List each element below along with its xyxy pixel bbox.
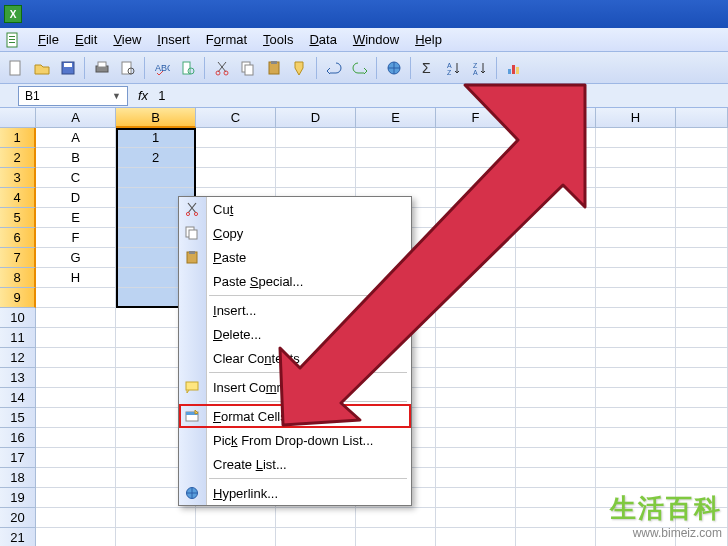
cell[interactable] — [596, 268, 676, 288]
column-header-H[interactable]: H — [596, 108, 676, 128]
cell[interactable]: G — [36, 248, 116, 268]
cell[interactable] — [596, 348, 676, 368]
menu-insert[interactable]: Insert — [149, 32, 198, 47]
cell[interactable] — [36, 428, 116, 448]
menu-help[interactable]: Help — [407, 32, 450, 47]
cell[interactable] — [116, 168, 196, 188]
cell[interactable]: 2 — [116, 148, 196, 168]
row-header-18[interactable]: 18 — [0, 468, 36, 488]
column-header-C[interactable]: C — [196, 108, 276, 128]
row-header-5[interactable]: 5 — [0, 208, 36, 228]
row-header-21[interactable]: 21 — [0, 528, 36, 546]
cell[interactable] — [516, 428, 596, 448]
cell[interactable] — [356, 528, 436, 546]
cell[interactable] — [516, 268, 596, 288]
paste-button[interactable] — [262, 56, 286, 80]
cell[interactable] — [436, 328, 516, 348]
cell[interactable] — [676, 388, 728, 408]
cell[interactable]: D — [36, 188, 116, 208]
cell[interactable] — [516, 528, 596, 546]
dropdown-icon[interactable]: ▼ — [112, 91, 121, 101]
cell[interactable] — [436, 488, 516, 508]
cell[interactable] — [516, 448, 596, 468]
cell[interactable] — [676, 148, 728, 168]
cell[interactable] — [676, 208, 728, 228]
cell[interactable] — [516, 308, 596, 328]
cell[interactable] — [276, 508, 356, 528]
cell[interactable] — [276, 128, 356, 148]
cell[interactable] — [196, 148, 276, 168]
cell[interactable] — [676, 128, 728, 148]
cell[interactable] — [676, 368, 728, 388]
cell[interactable] — [36, 328, 116, 348]
cell[interactable] — [596, 248, 676, 268]
cell[interactable] — [36, 448, 116, 468]
cell[interactable] — [356, 508, 436, 528]
cell[interactable] — [196, 508, 276, 528]
cell[interactable] — [436, 208, 516, 228]
cell[interactable] — [436, 368, 516, 388]
cell[interactable] — [436, 248, 516, 268]
cell[interactable] — [676, 468, 728, 488]
cell[interactable] — [516, 188, 596, 208]
cell[interactable] — [436, 148, 516, 168]
cell[interactable] — [596, 228, 676, 248]
cell[interactable] — [596, 168, 676, 188]
cell[interactable] — [676, 348, 728, 368]
hyperlink-button[interactable] — [382, 56, 406, 80]
cell[interactable] — [436, 428, 516, 448]
column-header-G[interactable]: G — [516, 108, 596, 128]
save-button[interactable] — [56, 56, 80, 80]
cell[interactable]: 1 — [116, 128, 196, 148]
row-header-3[interactable]: 3 — [0, 168, 36, 188]
cell[interactable] — [596, 448, 676, 468]
row-header-9[interactable]: 9 — [0, 288, 36, 308]
column-header-A[interactable]: A — [36, 108, 116, 128]
row-header-12[interactable]: 12 — [0, 348, 36, 368]
column-header-D[interactable]: D — [276, 108, 356, 128]
cell[interactable] — [596, 468, 676, 488]
cell[interactable] — [676, 188, 728, 208]
print-button[interactable] — [90, 56, 114, 80]
cell[interactable] — [516, 388, 596, 408]
cell[interactable] — [676, 328, 728, 348]
fx-icon[interactable]: fx — [138, 88, 148, 103]
cell[interactable] — [436, 168, 516, 188]
cell[interactable]: E — [36, 208, 116, 228]
cell[interactable] — [436, 448, 516, 468]
context-copy[interactable]: Copy — [179, 221, 411, 245]
row-header-11[interactable]: 11 — [0, 328, 36, 348]
row-header-13[interactable]: 13 — [0, 368, 36, 388]
cell[interactable]: H — [36, 268, 116, 288]
cell[interactable] — [436, 528, 516, 546]
open-button[interactable] — [30, 56, 54, 80]
cell[interactable] — [676, 248, 728, 268]
cell[interactable] — [676, 428, 728, 448]
new-button[interactable] — [4, 56, 28, 80]
menu-file[interactable]: File — [30, 32, 67, 47]
column-header-E[interactable]: E — [356, 108, 436, 128]
cell[interactable] — [596, 388, 676, 408]
cell[interactable] — [676, 288, 728, 308]
cell[interactable] — [36, 408, 116, 428]
row-header-19[interactable]: 19 — [0, 488, 36, 508]
cell[interactable] — [36, 508, 116, 528]
sort-asc-button[interactable]: AZ — [442, 56, 466, 80]
cell[interactable] — [516, 208, 596, 228]
cell[interactable] — [276, 148, 356, 168]
context-delete[interactable]: Delete... — [179, 322, 411, 346]
select-all-corner[interactable] — [0, 108, 36, 128]
cell[interactable] — [516, 348, 596, 368]
cell[interactable] — [436, 508, 516, 528]
cell[interactable] — [596, 408, 676, 428]
row-header-14[interactable]: 14 — [0, 388, 36, 408]
cell[interactable] — [436, 468, 516, 488]
redo-button[interactable] — [348, 56, 372, 80]
cell[interactable] — [516, 248, 596, 268]
cell[interactable] — [36, 528, 116, 546]
cell[interactable] — [516, 148, 596, 168]
cell[interactable] — [676, 408, 728, 428]
context-pick-from-drop-down-list[interactable]: Pick From Drop-down List... — [179, 428, 411, 452]
cell[interactable] — [356, 148, 436, 168]
format-painter-button[interactable] — [288, 56, 312, 80]
